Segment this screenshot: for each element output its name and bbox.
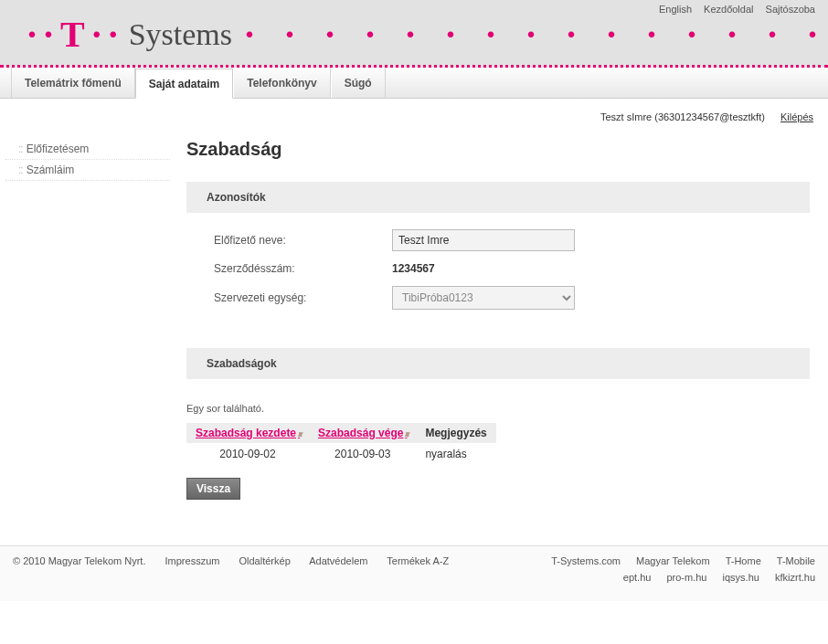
footer-impressum[interactable]: Impresszum [165,555,220,566]
table-row: 2010-09-02 2010-09-03 nyaralás [186,443,496,465]
tab-my-data[interactable]: Saját adataim [135,69,233,99]
page-title: Szabadság [186,139,810,160]
col-vacation-start-label: Szabadság kezdete [196,427,296,439]
footer-link-thome[interactable]: T-Home [726,555,761,566]
main-tabs: Telemátrix főmenü Saját adataim Telefonk… [0,68,828,99]
sidebar-item-bills[interactable]: Számláim [5,160,170,181]
table-header-row: Szabadság kezdete▴▾ Szabadság vége▴▾ Meg… [186,423,496,443]
tab-phonebook[interactable]: Telefonkönyv [233,68,330,98]
select-org[interactable]: TibiPróba0123 [392,286,575,310]
result-count: Egy sor található. [186,403,810,414]
top-links: English Kezdőoldal Sajtószoba [650,4,815,15]
sidebar-item-subscription[interactable]: Előfizetésem [5,139,170,160]
tab-help[interactable]: Súgó [331,68,386,98]
cell-start: 2010-09-02 [186,443,309,465]
pink-dots-icon: ··················· [245,13,828,56]
sidebar: Előfizetésem Számláim [5,132,170,509]
footer-right-row2: ept.hu pro-m.hu iqsys.hu kfkizrt.hu [538,572,815,583]
row-subscriber: Előfizető neve: [214,229,810,251]
link-pressroom[interactable]: Sajtószoba [766,4,815,15]
main-layout: Előfizetésem Számláim Szabadság Azonosít… [0,132,828,545]
row-contract: Szerződésszám: 1234567 [214,262,810,275]
cell-note: nyaralás [416,443,495,465]
footer-privacy[interactable]: Adatvédelem [309,555,367,566]
col-vacation-start[interactable]: Szabadság kezdete▴▾ [186,423,309,443]
footer-right-row1: T-Systems.com Magyar Telekom T-Home T-Mo… [538,555,815,566]
col-note: Megjegyzés [416,423,495,443]
footer-link-tsystems[interactable]: T-Systems.com [551,555,621,566]
section-identifiers: Azonosítók Előfizető neve: Szerződésszám… [186,182,810,324]
footer-link-tmobile[interactable]: T-Mobile [777,555,815,566]
footer-link-prom[interactable]: pro-m.hu [666,572,706,583]
footer-right: T-Systems.com Magyar Telekom T-Home T-Mo… [538,555,815,583]
logout-link[interactable]: Kilépés [780,111,813,122]
footer-copyright: © 2010 Magyar Telekom Nyrt. [13,555,145,566]
user-display: Teszt sImre (36301234567@tesztkft) [600,111,765,122]
sort-icon: ▴▾ [298,429,300,438]
footer-products[interactable]: Termékek A-Z [387,555,449,566]
logo-row: ··T·· Systems ··················· [9,7,819,61]
footer-link-kfki[interactable]: kfkizrt.hu [775,572,815,583]
footer-link-magyartelekom[interactable]: Magyar Telekom [636,555,710,566]
brand-text: Systems [129,17,232,52]
back-button[interactable]: Vissza [186,478,240,500]
sort-icon: ▴▾ [405,429,407,438]
footer-left: © 2010 Magyar Telekom Nyrt. Impresszum O… [13,555,465,583]
footer: © 2010 Magyar Telekom Nyrt. Impresszum O… [0,545,828,601]
content: Szabadság Azonosítók Előfizető neve: Sze… [170,132,819,509]
user-row: Teszt sImre (36301234567@tesztkft) Kilép… [0,99,828,132]
label-contract: Szerződésszám: [214,262,392,275]
t-logo-icon: ··T·· [27,13,125,56]
section-identifiers-header: Azonosítók [186,182,810,213]
section-vacations-header: Szabadságok [186,348,810,379]
link-english[interactable]: English [659,4,692,15]
col-vacation-end-label: Szabadság vége [318,427,403,439]
row-org: Szervezeti egység: TibiPróba0123 [214,286,810,310]
col-vacation-end[interactable]: Szabadság vége▴▾ [309,423,416,443]
section-vacations: Szabadságok [186,348,810,379]
vacations-table: Szabadság kezdete▴▾ Szabadság vége▴▾ Meg… [186,423,496,465]
footer-link-iqsys[interactable]: iqsys.hu [723,572,759,583]
footer-sitemap[interactable]: Oldaltérkép [239,555,291,566]
section-identifiers-body: Előfizető neve: Szerződésszám: 1234567 S… [186,213,810,324]
value-contract: 1234567 [392,262,435,275]
input-subscriber[interactable] [392,229,575,251]
header-bar: English Kezdőoldal Sajtószoba ··T·· Syst… [0,0,828,68]
cell-end: 2010-09-03 [309,443,416,465]
link-home[interactable]: Kezdőoldal [704,4,753,15]
label-subscriber: Előfizető neve: [214,234,392,247]
label-org: Szervezeti egység: [214,291,392,304]
tab-telematrix-main[interactable]: Telemátrix főmenü [11,68,135,98]
footer-link-ept[interactable]: ept.hu [623,572,652,583]
